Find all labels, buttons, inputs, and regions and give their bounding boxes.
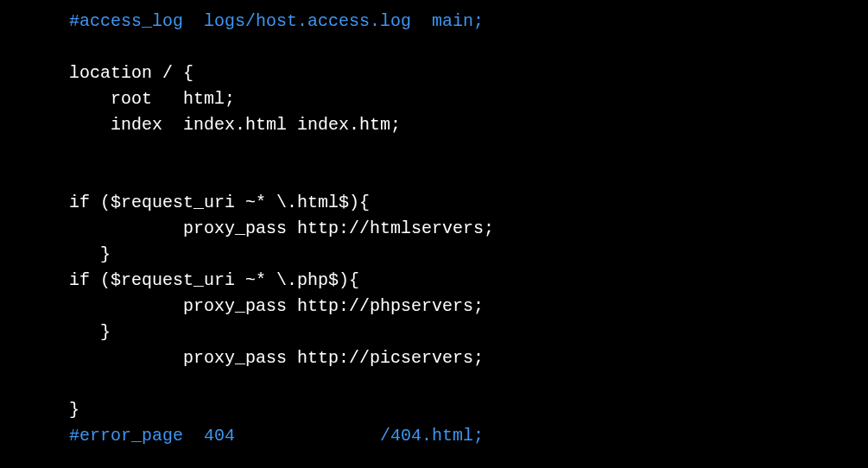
code-line: proxy_pass http://phpservers; [69, 294, 868, 319]
code-line-comment: #access_log logs/host.access.log main; [69, 9, 868, 35]
code-line: root html; [69, 86, 868, 112]
code-line: if ($request_uri ~* \.html$){ [69, 190, 868, 216]
code-line: } [69, 242, 868, 268]
code-line-blank [69, 164, 868, 190]
code-line: index index.html index.htm; [69, 112, 868, 138]
code-line-blank [69, 138, 868, 164]
code-line: } [69, 397, 868, 423]
code-line-blank [69, 35, 868, 60]
code-line: proxy_pass http://htmlservers; [69, 216, 868, 242]
code-editor[interactable]: #access_log logs/host.access.log main; l… [69, 9, 868, 449]
code-line-comment: #error_page 404 /404.html; [69, 423, 868, 449]
code-line: if ($request_uri ~* \.php$){ [69, 268, 868, 294]
code-line: } [69, 319, 868, 345]
code-line: proxy_pass http://picservers; [69, 345, 868, 371]
code-line-blank [69, 371, 868, 397]
code-line: location / { [69, 60, 868, 86]
